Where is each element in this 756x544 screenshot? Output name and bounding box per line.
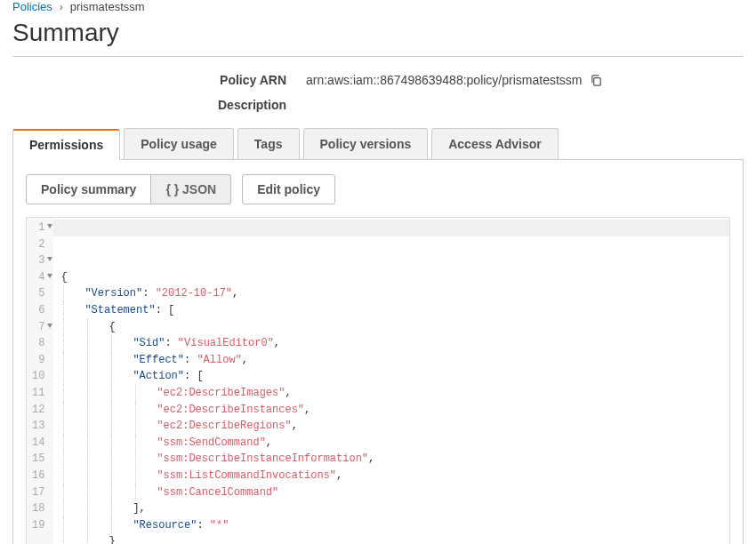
tab-panel: Policy summary { } JSON Edit policy 1234… [12,160,744,544]
json-view-button[interactable]: { } JSON [151,174,231,204]
copy-icon[interactable] [590,74,603,87]
chevron-right-icon: › [60,1,63,13]
tab-permissions[interactable]: Permissions [12,129,120,160]
view-toggle-group: Policy summary { } JSON [26,174,231,204]
json-code-editor[interactable]: 12345678910111213141516171819 {"Version"… [26,217,730,544]
breadcrumb: Policies › prismatestssm [12,0,744,19]
policy-summary-button[interactable]: Policy summary [26,174,151,204]
policy-arn-label: Policy ARN [12,73,306,87]
tab-policy-versions[interactable]: Policy versions [303,128,429,159]
tab-access-advisor[interactable]: Access Advisor [431,128,559,159]
page-title: Summary [12,19,744,47]
policy-arn-value: arn:aws:iam::867498639488:policy/prismat… [306,73,583,87]
edit-policy-button[interactable]: Edit policy [242,174,335,204]
svg-rect-0 [593,77,600,84]
tab-tags[interactable]: Tags [237,128,300,159]
breadcrumb-current: prismatestssm [70,0,145,13]
breadcrumb-root-link[interactable]: Policies [12,0,52,13]
tabs: Permissions Policy usage Tags Policy ver… [12,128,744,160]
description-label: Description [12,98,306,112]
tab-policy-usage[interactable]: Policy usage [124,128,234,159]
divider [12,56,744,57]
